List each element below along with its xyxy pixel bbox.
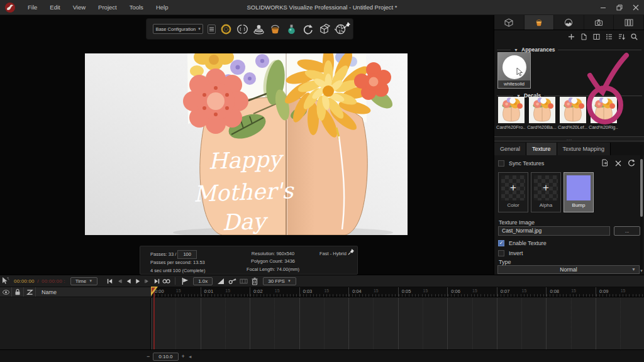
animation-filter-icon[interactable] [24,287,36,297]
loop-button[interactable] [162,277,171,285]
step-back-button[interactable] [114,277,124,285]
spray-paint-icon[interactable] [286,22,297,36]
add-texture-icon: + [534,175,558,200]
timecode-suffix: : [64,278,65,284]
close-button[interactable] [628,0,644,15]
menu-item[interactable]: View [67,0,92,15]
split-columns-icon[interactable] [593,33,600,40]
timeline-ruler[interactable]: 0:00 15 0:01 15 0:02 15 0:03 15 0:04 15 [151,287,644,297]
decal-thumbnail[interactable]: Card%20Rig... [589,97,618,132]
pin-icon[interactable] [343,20,351,31]
import-file-icon[interactable] [580,33,587,40]
tab-cameras[interactable] [584,15,614,30]
decal-label: Card%20Ba... [527,124,557,130]
key-icon[interactable] [228,277,236,285]
menu-item[interactable]: Project [92,0,123,15]
tab-texture-mapping[interactable]: Texture Mapping [557,143,611,155]
panel-splitter[interactable]: ... [494,136,644,141]
render-target-icon[interactable] [220,22,232,36]
configuration-dropdown[interactable]: Base Configuration▾ [153,24,203,34]
color-channel-swatch[interactable]: + Color [498,172,528,212]
sync-textures-checkbox[interactable] [498,160,504,167]
menu-item[interactable]: Tools [123,0,150,15]
pin-icon[interactable] [348,248,355,258]
configuration-menu-button[interactable] [208,25,216,34]
invert-checkbox[interactable] [498,250,504,256]
visibility-column-icon[interactable] [0,287,12,297]
texture-image-field[interactable]: Cast_Normal.jpg [498,226,610,236]
bump-channel-swatch[interactable]: Bump [564,172,594,212]
menu-item[interactable]: Edit [43,0,66,15]
panel-scrollbar[interactable] [640,145,643,272]
decal-thumbnail[interactable]: Card%20Ba... [527,97,557,132]
tab-texture[interactable]: Texture [526,143,557,155]
project-box-icon[interactable] [318,22,330,36]
visible-range-field[interactable]: 0:10.0 [153,353,178,361]
lock-column-icon[interactable] [12,287,24,297]
main-toolbar: Base Configuration▾ [147,19,353,39]
tab-general[interactable]: General [494,143,526,155]
minimize-button[interactable] [595,0,611,15]
ruler-half-label: 15 [225,288,230,293]
tab-appearances[interactable] [525,15,555,30]
passes-limit-field[interactable]: 100 [177,250,197,259]
tab-renders[interactable] [614,15,644,30]
trash-icon[interactable] [250,277,259,285]
zoom-out-button[interactable]: − [147,353,150,359]
scroll-left-arrow[interactable]: ◄ [188,354,192,359]
turntable-icon[interactable] [253,22,265,36]
texture-image-label: Texture Image [499,219,535,226]
color-channel-label: Color [507,202,519,208]
skip-to-end-button[interactable] [152,277,162,285]
passes-label: Passes: 33 / [150,251,176,257]
ruler-half-label: 15 [571,288,576,293]
fps-dropdown[interactable]: 30 FPS▼ [263,277,296,285]
play-button[interactable] [133,277,143,285]
zoom-in-button[interactable]: + [182,353,185,359]
type-dropdown[interactable]: Normal ▼ [497,265,640,274]
card-text-line3: Day [222,209,269,235]
decal-thumbnail[interactable]: Card%20Lef... [558,97,587,132]
appearance-item-whitesolid[interactable]: whitesolid [497,52,531,89]
restore-button[interactable] [611,0,628,15]
render-canvas[interactable]: Happy Mother's Day [85,53,408,235]
filmstrip-icon[interactable] [239,277,248,285]
configuration-dropdown-value: Base Configuration [155,26,196,32]
sort-icon[interactable] [618,33,625,40]
delete-texture-icon[interactable] [615,158,621,169]
playback-speed-field[interactable]: 1.0x [193,277,213,285]
ramp-flag-icon[interactable] [180,277,189,285]
paint-bucket-icon[interactable] [269,22,281,36]
add-icon[interactable] [568,33,575,40]
add-texture-icon: + [501,175,525,200]
property-tabbar: General Texture Texture Mapping [494,143,644,155]
tab-environments[interactable] [554,15,584,30]
list-view-icon[interactable] [606,33,613,40]
time-mode-dropdown[interactable]: Time▼ [70,277,97,285]
menu-item[interactable]: File [21,0,43,15]
step-forward-button[interactable] [143,277,152,285]
alpha-channel-swatch[interactable]: + Alpha [531,172,561,212]
ease-ramp-icon[interactable] [216,277,225,285]
export-texture-icon[interactable] [601,158,609,169]
skip-to-start-button[interactable] [105,277,114,285]
time-mode-value: Time [75,278,86,284]
menu-item[interactable]: Help [150,0,175,15]
enable-texture-checkbox[interactable]: ✓ [498,240,504,246]
reload-texture-icon[interactable] [628,158,635,169]
search-icon[interactable] [631,33,638,40]
playhead-marker[interactable] [151,287,158,299]
splitter-dots: ... [567,136,572,141]
browse-button[interactable]: ... [614,226,640,236]
refresh-icon[interactable] [302,22,314,36]
render-stats-overlay: Passes: 33 / 100 Passes per second: 13.5… [140,246,358,275]
viewport-3d[interactable]: Base Configuration▾ [0,15,494,275]
select-tool-icon[interactable] [1,277,10,285]
scrollbar-down-arrow[interactable]: ▼ [640,269,643,273]
focal-length: Focal Length: 74.00(mm) [235,266,311,273]
name-column-header[interactable]: Name [36,289,57,295]
decal-thumbnail[interactable]: Card%20Fro... [496,97,526,132]
tab-models[interactable] [494,15,525,30]
play-reverse-button[interactable] [124,277,133,285]
split-compare-icon[interactable] [236,22,248,36]
